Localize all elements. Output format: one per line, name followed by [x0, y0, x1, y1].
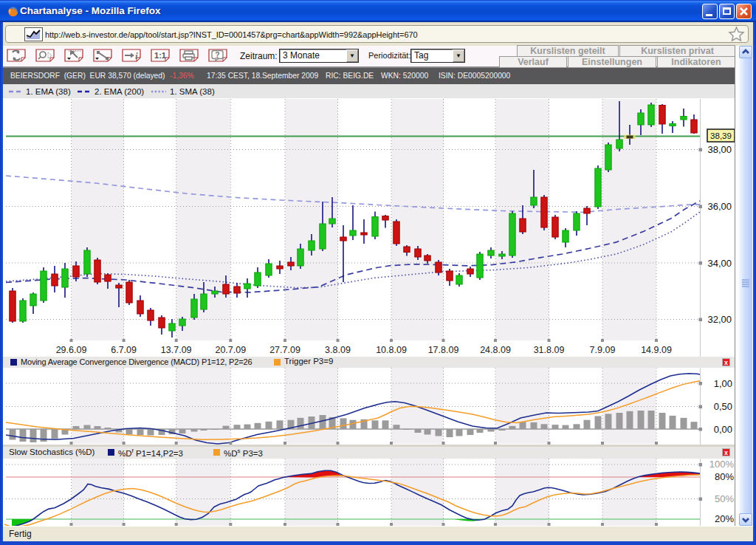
svg-text:3.8.09: 3.8.09 [325, 345, 351, 355]
svg-text:10.8.09: 10.8.09 [376, 345, 407, 355]
svg-text:34,00: 34,00 [707, 258, 732, 269]
svg-text:14.9.09: 14.9.09 [641, 345, 672, 355]
svg-text:38,00: 38,00 [707, 144, 732, 155]
svg-text:24.8.09: 24.8.09 [480, 345, 511, 355]
svg-text:17.8.09: 17.8.09 [428, 345, 459, 355]
svg-text:29.6.09: 29.6.09 [56, 345, 87, 355]
svg-text:20%: 20% [715, 513, 734, 524]
svg-text:1:1: 1:1 [154, 51, 166, 60]
svg-text:1. SMA (38): 1. SMA (38) [170, 87, 215, 96]
svg-text:38,39: 38,39 [710, 131, 732, 140]
svg-text:27.7.09: 27.7.09 [269, 345, 300, 355]
svg-text:100%: 100% [709, 459, 735, 470]
svg-text:32,00: 32,00 [707, 314, 732, 325]
svg-text:50%: 50% [715, 493, 734, 504]
svg-text:20.7.09: 20.7.09 [215, 345, 246, 355]
svg-text:31.8.09: 31.8.09 [534, 345, 565, 355]
svg-text:7.9.09: 7.9.09 [590, 345, 616, 355]
svg-text:i: i [135, 50, 138, 61]
svg-text:1,00: 1,00 [714, 378, 732, 389]
svg-text:36,00: 36,00 [707, 201, 732, 212]
svg-text:13.7.09: 13.7.09 [161, 345, 192, 355]
svg-text:0,00: 0,00 [714, 424, 732, 435]
svg-text:80%: 80% [715, 471, 734, 482]
svg-text:0,50: 0,50 [714, 401, 732, 412]
svg-text:2. EMA (200): 2. EMA (200) [94, 87, 144, 96]
svg-text:?: ? [215, 50, 219, 59]
svg-text:6.7.09: 6.7.09 [111, 345, 137, 355]
svg-text:1. EMA (38): 1. EMA (38) [26, 87, 71, 96]
